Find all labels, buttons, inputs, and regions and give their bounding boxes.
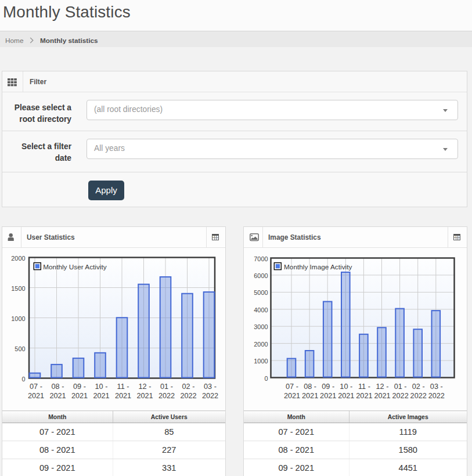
svg-text:2022: 2022 xyxy=(410,392,427,400)
svg-text:03 -: 03 - xyxy=(430,383,443,391)
svg-text:2021: 2021 xyxy=(374,392,390,400)
svg-text:08 -: 08 - xyxy=(304,383,316,391)
svg-text:07 -: 07 - xyxy=(286,383,298,391)
svg-text:2021: 2021 xyxy=(49,392,66,400)
svg-text:10 -: 10 - xyxy=(340,383,352,391)
svg-text:6000: 6000 xyxy=(254,272,268,279)
svg-text:2022: 2022 xyxy=(180,392,196,400)
svg-text:2022: 2022 xyxy=(428,392,445,400)
svg-text:01 -: 01 - xyxy=(394,383,407,391)
svg-text:01 -: 01 - xyxy=(160,383,173,391)
svg-text:2021: 2021 xyxy=(320,392,336,400)
svg-text:2021: 2021 xyxy=(136,392,153,400)
svg-text:2021: 2021 xyxy=(115,392,131,400)
svg-text:2021: 2021 xyxy=(284,392,300,400)
svg-text:Monthly User Activity: Monthly User Activity xyxy=(43,263,107,271)
svg-text:2021: 2021 xyxy=(28,392,44,400)
svg-text:2021: 2021 xyxy=(71,392,88,400)
svg-text:0: 0 xyxy=(21,376,25,383)
svg-text:02 -: 02 - xyxy=(182,383,195,391)
svg-text:500: 500 xyxy=(15,345,25,352)
svg-text:12 -: 12 - xyxy=(139,383,152,391)
svg-text:09 -: 09 - xyxy=(322,383,334,391)
svg-text:2021: 2021 xyxy=(338,392,354,400)
svg-text:07 -: 07 - xyxy=(30,383,42,391)
svg-text:2022: 2022 xyxy=(202,392,218,400)
svg-text:08 -: 08 - xyxy=(52,383,64,391)
svg-text:12 -: 12 - xyxy=(376,383,389,391)
svg-text:4000: 4000 xyxy=(254,306,268,313)
svg-text:2022: 2022 xyxy=(392,392,408,400)
svg-text:2021: 2021 xyxy=(302,392,318,400)
svg-text:1500: 1500 xyxy=(11,285,25,292)
svg-text:02 -: 02 - xyxy=(412,383,425,391)
svg-text:11 -: 11 - xyxy=(117,383,129,391)
svg-text:2000: 2000 xyxy=(11,255,25,262)
svg-text:09 -: 09 - xyxy=(73,383,86,391)
svg-text:2022: 2022 xyxy=(158,392,175,400)
svg-text:2021: 2021 xyxy=(356,392,372,400)
svg-text:2021: 2021 xyxy=(93,392,109,400)
svg-text:03 -: 03 - xyxy=(204,383,217,391)
svg-text:3000: 3000 xyxy=(254,323,268,330)
svg-text:0: 0 xyxy=(264,375,268,382)
svg-text:1000: 1000 xyxy=(254,358,268,365)
svg-text:Monthly Image Activity: Monthly Image Activity xyxy=(284,263,352,271)
svg-text:5000: 5000 xyxy=(254,289,268,296)
svg-text:10 -: 10 - xyxy=(95,383,108,391)
svg-text:2000: 2000 xyxy=(254,341,268,348)
svg-text:1000: 1000 xyxy=(11,315,25,322)
svg-text:11 -: 11 - xyxy=(358,383,370,391)
svg-text:7000: 7000 xyxy=(254,255,268,262)
